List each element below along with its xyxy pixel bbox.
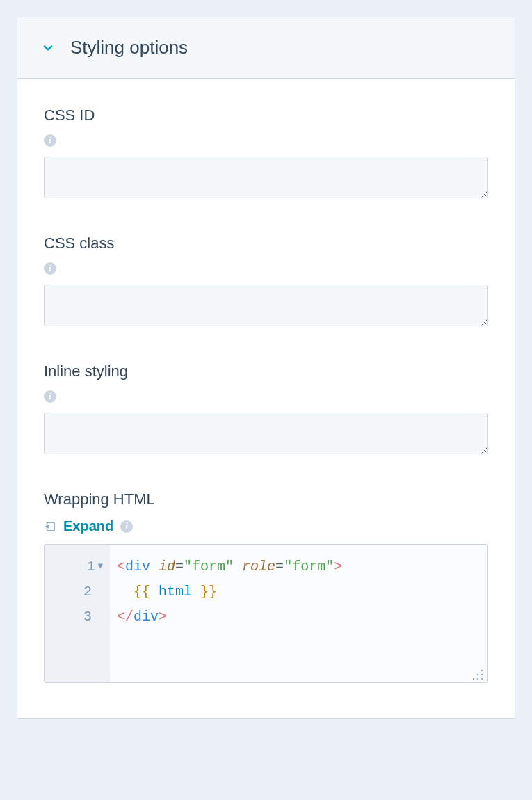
wrapping-html-editor[interactable]: 1▼23 <div id="form" role="form"> {{ html…: [44, 544, 488, 683]
panel-header[interactable]: Styling options: [17, 17, 515, 79]
gutter-line: 1▼: [45, 554, 103, 579]
field-css-id: CSS ID i: [44, 106, 488, 201]
panel-title: Styling options: [70, 37, 188, 58]
info-icon[interactable]: i: [44, 262, 56, 275]
inline-styling-input[interactable]: [44, 413, 488, 454]
info-icon[interactable]: i: [44, 390, 56, 403]
fold-toggle-icon[interactable]: ▼: [98, 559, 103, 575]
field-wrapping-html: Wrapping HTML Expand i 1▼23 <div id="for…: [44, 490, 488, 683]
svg-point-3: [481, 674, 483, 676]
css-id-label: CSS ID: [44, 106, 488, 125]
css-id-input[interactable]: [44, 157, 488, 198]
info-icon[interactable]: i: [120, 520, 133, 533]
code-line[interactable]: <div id="form" role="form">: [117, 554, 481, 579]
svg-point-4: [477, 674, 479, 676]
expand-icon: [44, 520, 56, 533]
svg-point-6: [477, 678, 479, 680]
wrapping-html-label: Wrapping HTML: [44, 490, 488, 509]
styling-options-panel: Styling options CSS ID i CSS class i Inl…: [17, 17, 515, 719]
code-area[interactable]: <div id="form" role="form"> {{ html }}</…: [110, 545, 487, 682]
svg-point-5: [481, 678, 483, 680]
expand-label: Expand: [63, 518, 113, 534]
field-css-class: CSS class i: [44, 234, 488, 329]
code-gutter: 1▼23: [45, 545, 110, 682]
code-line[interactable]: {{ html }}: [117, 579, 481, 605]
css-class-input[interactable]: [44, 285, 488, 326]
resize-handle[interactable]: [471, 666, 485, 680]
gutter-line: 2: [45, 579, 103, 605]
panel-body: CSS ID i CSS class i Inline styling i Wr…: [17, 79, 515, 718]
inline-styling-label: Inline styling: [44, 362, 488, 381]
code-line[interactable]: </div>: [117, 605, 481, 630]
gutter-line: 3: [45, 605, 103, 630]
field-inline-styling: Inline styling i: [44, 362, 488, 457]
svg-point-2: [481, 670, 483, 672]
info-icon[interactable]: i: [44, 134, 56, 147]
css-class-label: CSS class: [44, 234, 488, 253]
expand-button[interactable]: Expand: [63, 518, 113, 534]
chevron-down-icon: [41, 41, 55, 55]
svg-point-7: [473, 678, 475, 680]
